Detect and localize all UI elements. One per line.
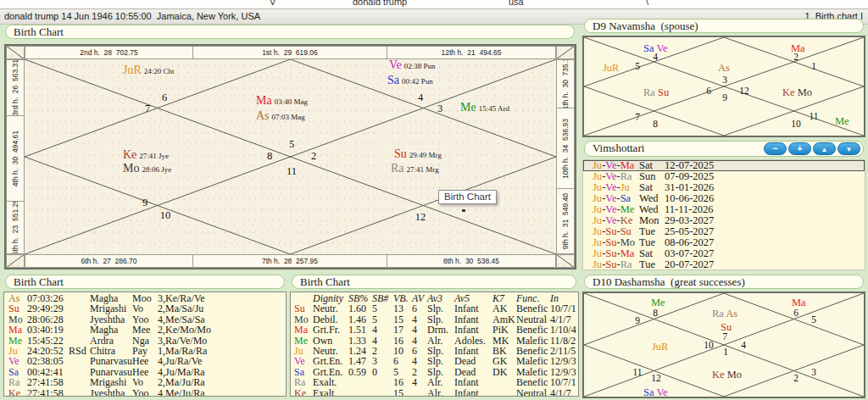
sign-number: 4 [653, 53, 658, 63]
cell: AK [492, 303, 507, 314]
cell: 0 [372, 367, 377, 377]
cell: Infant [454, 303, 479, 314]
planet-label: As [718, 60, 730, 74]
country-field-fragment: usa [509, 0, 524, 7]
cell: DK [492, 367, 507, 377]
cell: 6 [412, 303, 417, 314]
planet-label: Ma03:40 Mag [256, 93, 308, 107]
cell: 16 [393, 377, 403, 387]
planet-abbr-sa: Sa [387, 74, 399, 86]
sign-number: 12 [739, 86, 749, 97]
sign-number: 1 [723, 347, 728, 358]
chart-corner [6, 46, 25, 59]
cell: 2,Ke/Mo/Mo [158, 325, 211, 335]
sign-number: 5 [635, 62, 640, 72]
sign-number: 10 [791, 119, 801, 130]
planet-label: Me15:45 Ard [460, 100, 509, 114]
cell: 29:49:29 [27, 303, 64, 314]
sign-number: 9 [142, 197, 147, 208]
planet-label: Ra27:41 Mrg [391, 161, 439, 175]
sign-number: 11 [287, 166, 297, 177]
dasha-period-list[interactable]: Ju-Ve-MaSat12-07-2025Ju-Ve-RaSun07-09-20… [582, 159, 865, 270]
birth-chart-panel-title: Birth Chart [5, 25, 575, 39]
planet-abbr-ra: Ra [391, 162, 404, 175]
up-arrow-icon: ▲ [821, 146, 828, 153]
cell: 5 [372, 303, 377, 314]
cell: Grt.Fr. [313, 325, 340, 335]
planet-abbr: Ra [294, 377, 305, 387]
strength-panel-title: Birth Chart [292, 275, 576, 289]
cell: Grt.En. [313, 356, 342, 366]
cell: Ra [8, 377, 19, 387]
cell: Exalt. [313, 388, 337, 397]
house-label-2nd: 2nd h. 28 702.75 [25, 46, 193, 59]
planet-abbr: Ve [294, 356, 305, 366]
planet-label: Ma [792, 295, 806, 308]
cell: 2,Ma/Ju/Ra [158, 377, 205, 387]
sign-number: 6 [162, 92, 167, 103]
planet-label: Sa Ve [643, 385, 668, 398]
planet-abbr-me: Me [651, 297, 665, 308]
planet-degree-nakshatra: 07:03 Mag [272, 113, 305, 121]
sign-number: 9 [635, 316, 640, 326]
birth-chart-tooltip: Birth Chart [438, 190, 497, 204]
chart-corner [556, 46, 575, 59]
down-arrow-icon: ▼ [846, 146, 853, 153]
planet-abbr-ve: Ve [389, 58, 402, 71]
cell: 4 [372, 325, 377, 335]
sign-number: 12 [651, 374, 661, 384]
mouse-cursor-dot [462, 209, 465, 212]
dasha-minus-button[interactable]: − [764, 142, 787, 155]
d10-dashamsha-diagram[interactable]: MeRa AsSuMaJuRKe MoSa Ve896571041111223 [582, 292, 865, 398]
house-label-10th: 10th h. 34 536.93 [556, 108, 575, 189]
cell: Su [8, 303, 19, 314]
sign-number: 4 [741, 341, 746, 351]
strength-row: KeExalt.15Alr.InfantNeutral4/1/7 [291, 388, 578, 397]
planet-abbr-ve: Ve [654, 386, 668, 398]
position-row: Ve02:38:05PunarvasuHee4,Ju/Ra/Ve [4, 356, 286, 366]
planet-abbr-ma: Ma [792, 297, 806, 308]
cell: 4,Ju/Ra/Ve [158, 356, 202, 366]
sign-number: 12 [415, 212, 426, 223]
cell: Infant [454, 377, 479, 387]
cell: GK [492, 356, 507, 366]
planet-abbr-as: As [724, 308, 737, 319]
positions-panel-title: Birth Chart [5, 275, 285, 289]
planet-label: Ve02:38 Pun [389, 58, 436, 71]
planet-label: Sa00:42 Pun [387, 73, 433, 86]
dasha-sequence: Ju-Su-Ra [593, 259, 632, 270]
sign-number: 3 [811, 368, 816, 378]
person-datetime-location: donald trump 14 Jun 1946 10:55:00 Jamaic… [4, 11, 260, 21]
planet-abbr-sa: Sa [643, 386, 654, 398]
dasha-weekday: Tue [639, 259, 655, 270]
dasha-up-button[interactable]: ▲ [813, 142, 836, 155]
cell: Alr. [427, 377, 442, 387]
d9-navamsha-diagram[interactable]: Sa VeJuRAsMaRa SuKe MoMe452136129781011 [582, 36, 865, 137]
sign-number: 2 [311, 151, 316, 162]
planet-abbr-ra: Ra [643, 86, 655, 98]
cell: Malefic [516, 356, 548, 366]
cell: 4,Me/Ju/Ra [158, 388, 205, 397]
birth-chart-diagram[interactable]: 2nd h. 28 702.75 1st h. 29 619.06 12th h… [4, 44, 576, 269]
house-label-8th: 8th h. 30 538.45 [387, 254, 556, 268]
planet-degree-nakshatra: 24:20 Cht [144, 67, 175, 75]
cell: 15 [393, 388, 403, 397]
planet-label: Ra As [712, 306, 737, 319]
cell: 0.59 [348, 367, 366, 377]
sign-number: 5 [811, 315, 816, 325]
dasha-plus-button[interactable]: + [788, 142, 811, 155]
planet-degree-nakshatra: 03:40 Mag [275, 97, 308, 106]
dasha-date: 20-07-2027 [665, 259, 714, 270]
chart-lines [6, 46, 575, 268]
planet-label: Me [835, 114, 849, 127]
cell: Ma [8, 325, 22, 335]
planet-label: Mo28:06 Jye [123, 161, 171, 175]
strength-row: MaGrt.Fr.1.514174Drm.InfantPiKBenefic1/1… [291, 325, 578, 335]
dasha-down-button[interactable]: ▼ [837, 142, 860, 155]
planet-label: Su29:49 Mrg [394, 147, 442, 160]
dasha-period-row[interactable]: Ju-Su-RaTue20-07-2027 [583, 259, 865, 270]
cell: Exalt. [313, 377, 337, 387]
cell: Vo [132, 377, 143, 387]
cell: Benefic [516, 303, 548, 314]
cell: Punarvasu [90, 356, 132, 366]
